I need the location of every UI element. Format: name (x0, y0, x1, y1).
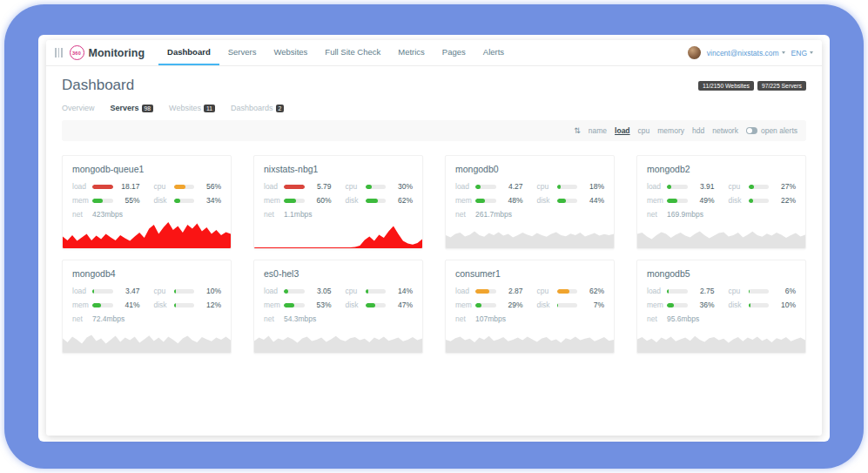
sort-option-load[interactable]: load (615, 126, 629, 135)
user-avatar[interactable] (688, 46, 701, 59)
mem-label: mem (647, 301, 667, 309)
tab-count-badge: 11 (204, 105, 215, 112)
net-metric: net 169.9mbps (647, 210, 715, 219)
net-metric: net 261.7mbps (455, 210, 523, 219)
brand-name[interactable]: Monitoring (89, 47, 145, 59)
sort-option-cpu[interactable]: cpu (638, 126, 650, 135)
sort-option-memory[interactable]: memory (657, 126, 684, 135)
net-label: net (455, 314, 475, 323)
cpu-bar (557, 185, 578, 189)
net-value: 107mbps (475, 314, 506, 323)
cpu-label: cpu (346, 182, 366, 191)
mem-metric: mem 49% (647, 196, 715, 205)
disk-label: disk (729, 196, 749, 205)
user-email-menu[interactable]: vincent@nixstats.com (707, 49, 785, 57)
nav-item-dashboard[interactable]: Dashboard (158, 40, 219, 65)
load-value: 18.17 (118, 182, 140, 191)
nav-item-websites[interactable]: Websites (265, 40, 316, 65)
language-label: ENG (791, 49, 807, 57)
server-card-mongodb2[interactable]: mongodb2 load 3.91 cpu 27% mem 49% disk … (636, 155, 806, 249)
open-alerts-toggle[interactable]: open alerts (746, 126, 797, 135)
net-value: 54.3mbps (284, 314, 316, 323)
disk-bar (557, 303, 578, 307)
mem-label: mem (455, 301, 475, 309)
server-card-mongodb5[interactable]: mongodb5 load 2.75 cpu 6% mem 36% disk 1… (636, 260, 806, 354)
sort-option-hdd[interactable]: hdd (692, 126, 704, 135)
server-name: mongodb0 (446, 156, 614, 174)
disk-value: 62% (391, 196, 413, 205)
net-value: 423mbps (92, 210, 123, 219)
server-card-consumer1[interactable]: consumer1 load 2.87 cpu 62% mem 29% disk… (445, 260, 615, 354)
sort-options: nameloadcpumemoryhddnetwork (589, 126, 738, 135)
sort-option-name[interactable]: name (589, 126, 607, 135)
cpu-bar (749, 289, 770, 294)
open-alerts-label: open alerts (761, 126, 797, 135)
mem-label: mem (264, 301, 284, 309)
nav-item-pages[interactable]: Pages (434, 40, 474, 65)
server-card-mongodb4[interactable]: mongodb4 load 3.47 cpu 10% mem 41% disk … (62, 260, 232, 354)
mem-bar (475, 199, 496, 203)
cpu-label: cpu (729, 182, 749, 191)
load-label: load (455, 287, 475, 295)
sort-option-network[interactable]: network (712, 126, 738, 135)
cpu-bar (557, 289, 578, 294)
server-name: mongodb-queue1 (63, 156, 231, 174)
mem-label: mem (455, 196, 475, 205)
tab-count-badge: 98 (142, 105, 154, 112)
server-card-nixstats-nbg1[interactable]: nixstats-nbg1 load 5.79 cpu 30% mem 60% … (253, 155, 423, 249)
cpu-bar (366, 185, 387, 189)
disk-label: disk (537, 196, 557, 205)
load-sparkline (63, 222, 231, 248)
server-metrics: load 2.75 cpu 6% mem 36% disk 10% net (637, 279, 805, 323)
user-email: vincent@nixstats.com (707, 49, 779, 57)
load-metric: load 2.87 (455, 287, 523, 295)
mem-value: 29% (501, 301, 523, 309)
load-metric: load 3.47 (72, 287, 140, 295)
apps-grid-icon[interactable] (55, 48, 63, 57)
tab-dashboards[interactable]: Dashboards2 (231, 104, 284, 112)
language-menu[interactable]: ENG (791, 49, 813, 57)
net-value: 169.9mbps (667, 210, 703, 219)
load-value: 5.79 (310, 182, 332, 191)
server-metrics: load 3.05 cpu 14% mem 53% disk 47% net (254, 279, 422, 323)
logo-360-icon[interactable]: 360 (70, 45, 84, 60)
load-label: load (264, 182, 284, 191)
sort-icon[interactable]: ⇅ (574, 126, 581, 135)
mem-bar (284, 303, 305, 307)
load-sparkline (637, 222, 805, 248)
tab-websites[interactable]: Websites11 (169, 104, 215, 112)
tab-servers[interactable]: Servers98 (111, 104, 154, 112)
load-label: load (647, 287, 667, 295)
cpu-bar (366, 289, 387, 294)
app-window: 360 Monitoring DashboardServersWebsitesF… (46, 40, 822, 436)
load-sparkline (446, 327, 614, 353)
tab-overview[interactable]: Overview (62, 104, 95, 112)
server-cards-grid: mongodb-queue1 load 18.17 cpu 56% mem 55… (62, 155, 806, 354)
page-canvas: 360 Monitoring DashboardServersWebsitesF… (0, 0, 868, 473)
disk-metric: disk 7% (537, 301, 605, 309)
nav-item-full-site-check[interactable]: Full Site Check (316, 40, 389, 65)
load-label: load (72, 287, 92, 295)
server-card-mongodb0[interactable]: mongodb0 load 4.27 cpu 18% mem 48% disk … (445, 155, 615, 249)
server-metrics: load 2.87 cpu 62% mem 29% disk 7% net (446, 279, 614, 323)
cpu-metric: cpu 56% (154, 182, 222, 191)
cpu-label: cpu (154, 287, 174, 295)
net-metric: net 54.3mbps (264, 314, 332, 323)
load-label: load (455, 182, 475, 191)
load-sparkline (63, 327, 231, 353)
mem-label: mem (72, 301, 92, 309)
mem-metric: mem 29% (455, 301, 523, 309)
server-card-es0-hel3[interactable]: es0-hel3 load 3.05 cpu 14% mem 53% disk … (253, 260, 423, 354)
mem-label: mem (647, 196, 667, 205)
page-title: Dashboard (62, 77, 134, 94)
nav-item-alerts[interactable]: Alerts (474, 40, 513, 65)
nav-item-metrics[interactable]: Metrics (389, 40, 434, 65)
top-nav: 360 Monitoring DashboardServersWebsitesF… (46, 40, 822, 66)
mem-value: 53% (310, 301, 332, 309)
cpu-value: 27% (774, 182, 796, 191)
mem-bar (92, 303, 113, 307)
nav-item-servers[interactable]: Servers (219, 40, 266, 65)
server-card-mongodb-queue1[interactable]: mongodb-queue1 load 18.17 cpu 56% mem 55… (62, 155, 232, 249)
disk-label: disk (154, 196, 174, 205)
cpu-metric: cpu 14% (346, 287, 414, 295)
